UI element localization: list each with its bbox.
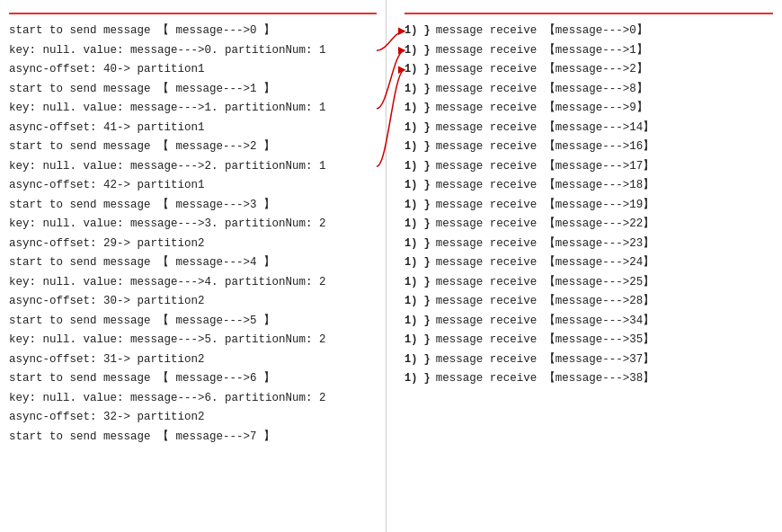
producer-line: key: null. value: message--->2. partitio…	[9, 157, 377, 177]
consumer-message-text: message receive 【message--->37】	[436, 350, 773, 370]
partition-badge: 1) }	[404, 41, 431, 60]
consumer-line: 1) }message receive 【message--->35】	[404, 331, 773, 350]
consumer-line: 1) }message receive 【message--->8】	[404, 80, 773, 100]
consumer-message-text: message receive 【message--->23】	[436, 235, 773, 254]
consumer-message-text: message receive 【message--->38】	[436, 369, 773, 389]
consumer-message-text: message receive 【message--->22】	[436, 215, 773, 235]
consumer-line: 1) }message receive 【message--->34】	[404, 312, 773, 332]
consumer-line: 1) }message receive 【message--->25】	[404, 273, 773, 293]
partition-badge: 1) }	[404, 235, 431, 253]
partition-badge: 1) }	[404, 312, 431, 331]
producer-line: async-offset: 32-> partition2	[9, 408, 377, 428]
consumer-message-text: message receive 【message--->2】	[436, 60, 773, 80]
consumer-line: 1) }message receive 【message--->19】	[404, 196, 773, 216]
consumer-line: 1) }message receive 【message--->22】	[404, 215, 773, 235]
producer-line: key: null. value: message--->4. partitio…	[9, 273, 377, 293]
producer-line: start to send message 【 message--->0 】	[9, 22, 377, 41]
consumer-message-text: message receive 【message--->18】	[436, 176, 773, 196]
producer-line: async-offset: 30-> partition2	[9, 292, 377, 312]
partition-badge: 1) }	[404, 253, 431, 272]
partition-badge: 1) }	[404, 273, 431, 292]
partition-badge: 1) }	[404, 99, 431, 118]
producer-line: async-offset: 31-> partition2	[9, 350, 377, 370]
partition-badge: 1) }	[404, 292, 431, 311]
producer-line: async-offset: 29-> partition2	[9, 235, 377, 254]
partition-badge: 1) }	[404, 350, 431, 369]
consumer-line: 1) }message receive 【message--->14】	[404, 119, 773, 138]
consumer-line: 1) }message receive 【message--->23】	[404, 235, 773, 254]
consumer-line: 1) }message receive 【message--->18】	[404, 176, 773, 196]
consumer-line: 1) }message receive 【message--->37】	[404, 350, 773, 370]
consumer-line: 1) }message receive 【message--->24】	[404, 253, 773, 273]
producer-line: key: null. value: message--->3. partitio…	[9, 215, 377, 235]
consumer-lines: 1) }message receive 【message--->0】1) }me…	[404, 22, 773, 389]
consumer-title	[404, 9, 773, 14]
consumer-line: 1) }message receive 【message--->9】	[404, 99, 773, 119]
consumer-message-text: message receive 【message--->28】	[436, 292, 773, 312]
producer-line: key: null. value: message--->0. partitio…	[9, 41, 377, 61]
producer-line: start to send message 【 message--->4 】	[9, 253, 377, 273]
consumer-message-text: message receive 【message--->14】	[436, 119, 773, 138]
producer-line: key: null. value: message--->6. partitio…	[9, 389, 377, 409]
partition-badge: 1) }	[404, 369, 431, 388]
consumer-line: 1) }message receive 【message--->28】	[404, 292, 773, 312]
partition-badge: 1) }	[404, 215, 431, 234]
consumer-message-text: message receive 【message--->0】	[436, 22, 773, 41]
partition-badge: 1) }	[404, 60, 431, 79]
partition-badge: 1) }	[404, 119, 431, 137]
consumer-line: 1) }message receive 【message--->1】	[404, 41, 773, 61]
consumer-message-text: message receive 【message--->24】	[436, 253, 773, 273]
producer-line: async-offset: 41-> partition1	[9, 119, 377, 138]
partition-badge: 1) }	[404, 176, 431, 195]
partition-badge: 1) }	[404, 22, 431, 40]
producer-line: async-offset: 42-> partition1	[9, 176, 377, 196]
partition-badge: 1) }	[404, 137, 431, 156]
producer-line: start to send message 【 message--->7 】	[9, 428, 377, 448]
consumer-line: 1) }message receive 【message--->38】	[404, 369, 773, 389]
producer-title	[9, 9, 377, 14]
consumer-message-text: message receive 【message--->25】	[436, 273, 773, 293]
consumer-line: 1) }message receive 【message--->0】	[404, 22, 773, 41]
consumer-message-text: message receive 【message--->8】	[436, 80, 773, 100]
consumer-message-text: message receive 【message--->16】	[436, 137, 773, 157]
producer-line: key: null. value: message--->5. partitio…	[9, 331, 377, 350]
consumer-message-text: message receive 【message--->34】	[436, 312, 773, 332]
producer-line: start to send message 【 message--->1 】	[9, 80, 377, 100]
partition-badge: 1) }	[404, 157, 431, 176]
producer-lines: start to send message 【 message--->0 】ke…	[9, 22, 377, 447]
partition-badge: 1) }	[404, 331, 431, 350]
producer-line: start to send message 【 message--->3 】	[9, 196, 377, 216]
consumer-panel: 1) }message receive 【message--->0】1) }me…	[387, 0, 782, 532]
consumer-line: 1) }message receive 【message--->17】	[404, 157, 773, 177]
partition-badge: 1) }	[404, 196, 431, 215]
consumer-line: 1) }message receive 【message--->16】	[404, 137, 773, 157]
producer-line: async-offset: 40-> partition1	[9, 60, 377, 80]
consumer-message-text: message receive 【message--->19】	[436, 196, 773, 216]
producer-line: start to send message 【 message--->6 】	[9, 369, 377, 389]
consumer-message-text: message receive 【message--->35】	[436, 331, 773, 350]
producer-line: start to send message 【 message--->5 】	[9, 312, 377, 332]
consumer-message-text: message receive 【message--->1】	[436, 41, 773, 61]
producer-line: key: null. value: message--->1. partitio…	[9, 99, 377, 119]
producer-line: start to send message 【 message--->2 】	[9, 137, 377, 157]
consumer-message-text: message receive 【message--->17】	[436, 157, 773, 177]
consumer-message-text: message receive 【message--->9】	[436, 99, 773, 119]
partition-badge: 1) }	[404, 80, 431, 99]
consumer-line: 1) }message receive 【message--->2】	[404, 60, 773, 80]
producer-panel: start to send message 【 message--->0 】ke…	[0, 0, 387, 532]
main-container: start to send message 【 message--->0 】ke…	[0, 0, 782, 532]
